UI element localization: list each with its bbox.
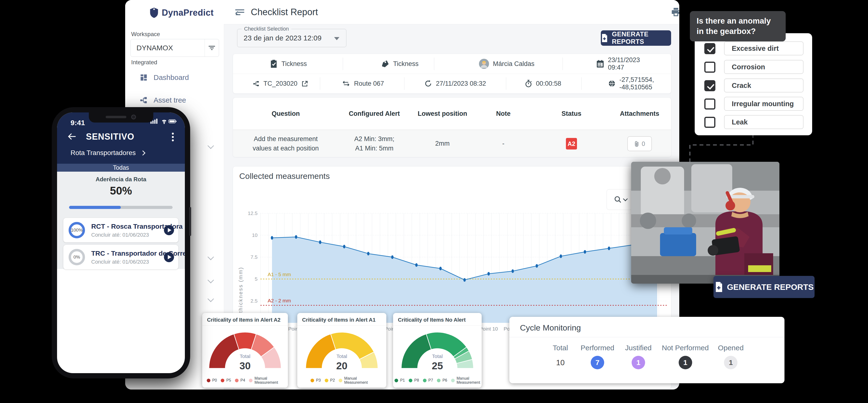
- chevron-down-icon[interactable]: [208, 296, 214, 302]
- sync-date: 27/11/2023 08:32: [424, 80, 486, 87]
- phone-app-title: SENSITIVO: [86, 128, 134, 145]
- attachments-cell: 0: [627, 130, 652, 157]
- svg-text:A1 - 5 mm: A1 - 5 mm: [268, 272, 291, 277]
- external-link-icon[interactable]: [301, 80, 309, 87]
- play-icon: [168, 255, 172, 259]
- info-text: Márcia Caldas: [493, 60, 535, 68]
- worker-photo: [631, 162, 779, 284]
- info-text: TC_203020: [264, 80, 297, 87]
- cycle-stat-total: Total10: [553, 344, 568, 369]
- brand-logo: DynaPredict: [149, 7, 214, 18]
- sidebar-item-dashboard[interactable]: Dashboard: [125, 70, 224, 85]
- route-list-item[interactable]: 0% TRC - Transportador de Correia Conclu…: [63, 245, 178, 269]
- legend-item: P8: [409, 378, 419, 382]
- cell-divider: [581, 77, 582, 90]
- card-divider: [509, 337, 784, 337]
- brand-name: DynaPredict: [162, 8, 214, 18]
- play-button[interactable]: [164, 225, 174, 235]
- checkbox-icon[interactable]: [704, 62, 715, 73]
- info-text: Route 067: [354, 80, 384, 87]
- route-progress-ring: 0%: [69, 249, 85, 265]
- anomaly-option[interactable]: Excessive dirt: [695, 41, 812, 56]
- workspace-filter-button[interactable]: [205, 39, 219, 57]
- page-title: Checklist Report: [251, 0, 318, 24]
- play-button[interactable]: [164, 252, 174, 262]
- route-breadcrumb[interactable]: Rota Transportadores: [70, 149, 145, 157]
- operator: Márcia Caldas: [479, 59, 535, 69]
- paperclip-icon: [634, 141, 639, 147]
- sync-icon: [424, 80, 432, 87]
- anomaly-option[interactable]: Crack: [695, 79, 812, 93]
- phone-toolbar: SENSITIVO: [57, 128, 185, 145]
- document-add-icon: [714, 282, 723, 292]
- question-cell: Add the measurementvalues at each positi…: [253, 130, 319, 157]
- generate-reports-floating-button[interactable]: GENERATE REPORTS: [713, 276, 814, 298]
- attachments-button[interactable]: 0: [627, 136, 652, 151]
- col-header: Configured Alert: [349, 98, 400, 129]
- table-row[interactable]: Add the measurementvalues at each positi…: [233, 129, 671, 157]
- col-header: Status: [562, 98, 582, 129]
- sidebar-item-asset-tree[interactable]: Asset tree: [125, 93, 224, 107]
- legend-dot-icon: [423, 379, 427, 382]
- speaker-grill: [106, 116, 126, 118]
- chevron-down-icon[interactable]: [208, 254, 214, 260]
- back-arrow-icon[interactable]: [68, 133, 76, 141]
- chevron-down-icon[interactable]: [208, 277, 214, 283]
- cell-divider: [404, 77, 404, 90]
- legend-dot-icon: [311, 379, 314, 382]
- chevron-down-icon[interactable]: [208, 143, 214, 149]
- dashboard-icon: [140, 73, 148, 82]
- tab-todas[interactable]: Todas: [57, 164, 185, 172]
- breadcrumb-label: Rota Transportadores: [70, 149, 136, 157]
- kebab-menu-icon[interactable]: [172, 132, 174, 142]
- checklist-date: 23/11/2023 09:47: [596, 56, 646, 71]
- sidebar-item-label: Dashboard: [154, 73, 189, 82]
- option-label: Leak: [724, 115, 804, 129]
- checkbox-icon[interactable]: [704, 117, 715, 128]
- col-header: Note: [496, 98, 510, 129]
- checkbox-icon[interactable]: [704, 43, 715, 54]
- checklist-select[interactable]: Checklist Selection 23 de jan de 2023 12…: [237, 29, 346, 47]
- generate-reports-button[interactable]: GENERATE REPORTS: [601, 30, 671, 46]
- info-text: Tickness: [281, 60, 307, 68]
- gauge-total-value: 20: [297, 360, 386, 372]
- filter-icon: [208, 45, 215, 51]
- anomaly-option[interactable]: Leak: [695, 115, 812, 129]
- route-list-item[interactable]: 100% RCT - Rosca Transportadora Concluir…: [63, 218, 178, 242]
- checkbox-icon[interactable]: [704, 80, 715, 91]
- coordinates: -27,571554, -48,510565: [608, 76, 654, 91]
- geo-globe-icon: [608, 80, 616, 87]
- route-progress-ring: 100%: [69, 222, 85, 238]
- workspace-label: Workspace: [131, 31, 160, 37]
- gauge-center-label: Total: [297, 353, 386, 359]
- page: { "brand": {"name": "DynaPredict", "navy…: [0, 0, 868, 403]
- collapse-sidebar-button[interactable]: [234, 6, 246, 18]
- gauge-title: Criticality of Items in Alert A1: [302, 317, 375, 323]
- info-text: Tickness: [393, 60, 418, 68]
- document-add-icon: [601, 34, 608, 42]
- anomaly-question-tooltip: Is there an anomaly in the gearbox?: [690, 11, 786, 41]
- gauge-card-a1: Criticality of Items in Alert A1 Total 2…: [297, 313, 386, 388]
- info-text: 00:00:58: [536, 80, 561, 87]
- zoom-tool-button[interactable]: [614, 196, 627, 204]
- chart-title: Collected measurements: [239, 172, 330, 181]
- svg-text:Point 10: Point 10: [479, 326, 498, 332]
- legend-dot-icon: [409, 379, 412, 382]
- status-icons: [150, 118, 177, 124]
- camera-dot: [131, 115, 136, 119]
- workspace-select[interactable]: DYNAMOX: [130, 39, 219, 57]
- tag-icon: [382, 60, 389, 68]
- checkbox-icon[interactable]: [704, 98, 715, 110]
- anomaly-option[interactable]: Corrosion: [695, 60, 812, 74]
- duration: 00:00:58: [525, 80, 561, 88]
- legend-item: P5: [221, 378, 231, 382]
- anomaly-option[interactable]: Irregular mounting: [695, 97, 812, 111]
- integrated-section-label: Integrated: [131, 59, 157, 66]
- gauge-legend: P1P8P7P6Manual Measurement: [393, 376, 482, 385]
- status-badge: A2: [566, 138, 577, 150]
- adherence-section: Aderência da Rota 50% 100% RCT - Rosca T…: [57, 172, 185, 269]
- print-button[interactable]: [670, 6, 679, 18]
- card-divider: [393, 326, 482, 326]
- route-icon: [342, 81, 350, 87]
- chevron-right-icon: [140, 150, 145, 155]
